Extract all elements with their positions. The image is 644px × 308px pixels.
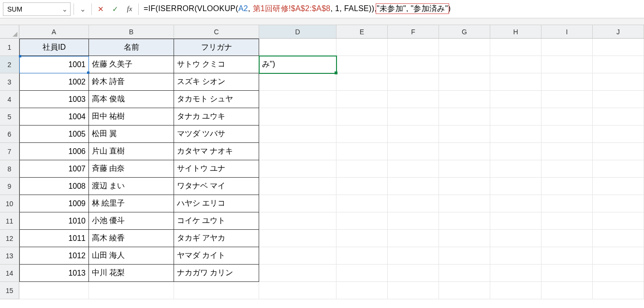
row-header-12[interactable]: 12 — [0, 230, 19, 247]
cell-A1[interactable]: 社員ID — [19, 39, 89, 56]
cell[interactable] — [439, 247, 490, 265]
cell-B8[interactable]: 斉藤 由奈 — [89, 160, 174, 178]
cell-C13[interactable]: ヤマダ カイト — [174, 247, 259, 265]
cell[interactable] — [388, 178, 439, 195]
cell[interactable] — [439, 73, 490, 91]
cell-D15[interactable] — [259, 282, 337, 299]
cell[interactable] — [542, 108, 593, 126]
cell-A12[interactable]: 1011 — [19, 230, 89, 247]
cell-C6[interactable]: マツダ ツバサ — [174, 126, 259, 143]
cell-B11[interactable]: 小池 優斗 — [89, 212, 174, 230]
cell-B4[interactable]: 高本 俊哉 — [89, 91, 174, 108]
cell-J2[interactable] — [593, 56, 644, 73]
cell[interactable] — [337, 212, 388, 230]
cell-B5[interactable]: 田中 祐樹 — [89, 108, 174, 126]
cell-C10[interactable]: ハヤシ エリコ — [174, 195, 259, 212]
cell-D3[interactable] — [259, 73, 337, 91]
cell[interactable] — [388, 282, 439, 299]
formula-expand-icon[interactable]: ⌄ — [77, 3, 88, 15]
cell-B6[interactable]: 松田 翼 — [89, 126, 174, 143]
cell[interactable] — [388, 195, 439, 212]
cell-B14[interactable]: 中川 花梨 — [89, 265, 174, 282]
cell[interactable] — [593, 195, 644, 212]
select-all-corner[interactable] — [0, 25, 19, 39]
col-header-I[interactable]: I — [542, 25, 593, 39]
cell[interactable] — [490, 212, 542, 230]
col-header-J[interactable]: J — [593, 25, 644, 39]
row-header-3[interactable]: 3 — [0, 73, 19, 91]
cell-C8[interactable]: サイトウ ユナ — [174, 160, 259, 178]
row-header-10[interactable]: 10 — [0, 195, 19, 212]
row-header-9[interactable]: 9 — [0, 178, 19, 195]
cell[interactable] — [490, 282, 542, 299]
row-header-2[interactable]: 2 — [0, 56, 19, 73]
cell[interactable] — [337, 126, 388, 143]
cell-C5[interactable]: タナカ ユウキ — [174, 108, 259, 126]
formula-input[interactable]: =IF(ISERROR(VLOOKUP(A2, 第1回研修!$A$2:$A$8,… — [142, 2, 641, 16]
cell[interactable] — [259, 91, 337, 108]
cell[interactable] — [337, 195, 388, 212]
cell-C14[interactable]: ナカガワ カリン — [174, 265, 259, 282]
name-box-dropdown-icon[interactable]: ⌄ — [59, 5, 70, 13]
cell[interactable] — [439, 143, 490, 160]
cell[interactable] — [542, 282, 593, 299]
cell-A13[interactable]: 1012 — [19, 247, 89, 265]
cell-E1[interactable] — [337, 39, 388, 56]
cell[interactable] — [439, 195, 490, 212]
cell[interactable] — [388, 126, 439, 143]
cell-B12[interactable]: 高木 綾香 — [89, 230, 174, 247]
cell-B2[interactable]: 佐藤 久美子 — [89, 56, 174, 73]
col-header-H[interactable]: H — [490, 25, 542, 39]
cell[interactable] — [593, 265, 644, 282]
cell[interactable] — [388, 91, 439, 108]
cell[interactable] — [388, 230, 439, 247]
cell[interactable] — [259, 195, 337, 212]
cell[interactable] — [259, 126, 337, 143]
cell-C11[interactable]: コイケ ユウト — [174, 212, 259, 230]
cell-G1[interactable] — [439, 39, 490, 56]
cell-B3[interactable]: 鈴木 詩音 — [89, 73, 174, 91]
cell[interactable] — [593, 73, 644, 91]
row-header-14[interactable]: 14 — [0, 265, 19, 282]
cell[interactable] — [439, 126, 490, 143]
cell[interactable] — [388, 212, 439, 230]
cell-C15[interactable] — [174, 282, 259, 299]
cell-D2-editing[interactable]: み") — [259, 56, 337, 73]
cell[interactable] — [593, 143, 644, 160]
cell-A4[interactable]: 1003 — [19, 91, 89, 108]
cell[interactable] — [542, 143, 593, 160]
cell[interactable] — [490, 230, 542, 247]
cell[interactable] — [490, 126, 542, 143]
cell[interactable] — [337, 178, 388, 195]
cell[interactable] — [593, 212, 644, 230]
cell[interactable] — [490, 91, 542, 108]
cell[interactable] — [490, 195, 542, 212]
cell[interactable] — [439, 91, 490, 108]
cell[interactable] — [439, 230, 490, 247]
row-header-8[interactable]: 8 — [0, 160, 19, 178]
cell-A14[interactable]: 1013 — [19, 265, 89, 282]
cell[interactable] — [593, 160, 644, 178]
cell[interactable] — [259, 265, 337, 282]
cell-I1[interactable] — [542, 39, 593, 56]
cell[interactable] — [337, 73, 388, 91]
cell[interactable] — [593, 91, 644, 108]
cell-B1[interactable]: 名前 — [89, 39, 174, 56]
cell[interactable] — [337, 247, 388, 265]
cell-C7[interactable]: カタヤマ ナオキ — [174, 143, 259, 160]
cell-H1[interactable] — [490, 39, 542, 56]
cell-I2[interactable] — [542, 56, 593, 73]
cell[interactable] — [439, 212, 490, 230]
cell-G2[interactable] — [439, 56, 490, 73]
cell[interactable] — [388, 265, 439, 282]
cell[interactable] — [542, 195, 593, 212]
cell[interactable] — [542, 126, 593, 143]
cell-C2[interactable]: サトウ クミコ — [174, 56, 259, 73]
cell-A15[interactable] — [19, 282, 89, 299]
cell[interactable] — [259, 143, 337, 160]
cell-A6[interactable]: 1005 — [19, 126, 89, 143]
cell[interactable] — [593, 230, 644, 247]
cell-B13[interactable]: 山田 海人 — [89, 247, 174, 265]
cell[interactable] — [542, 247, 593, 265]
cell[interactable] — [388, 108, 439, 126]
